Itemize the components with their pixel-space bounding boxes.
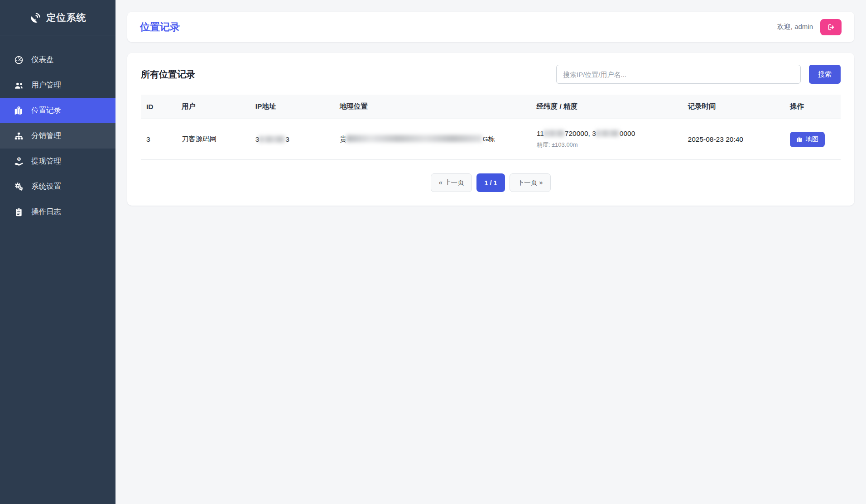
page-header: 位置记录 欢迎, admin [127,12,854,42]
map-button[interactable]: 地图 [790,132,825,147]
records-table: ID 用户 IP地址 地理位置 经纬度 / 精度 记录时间 操作 3 刀客源码网… [141,95,841,160]
sidebar: 定位系统 仪表盘 用户管理 [0,0,115,504]
column-header-ip: IP地址 [250,95,334,119]
logout-button[interactable] [820,19,842,35]
current-page-indicator[interactable]: 1 / 1 [476,173,505,192]
prev-page-button[interactable]: « 上一页 [431,173,472,192]
sidebar-item-label: 分销管理 [31,131,61,141]
sidebar-nav: 仪表盘 用户管理 位置记录 [0,47,115,225]
panel-head: 所有位置记录 搜索 [141,65,841,84]
sidebar-item-settings[interactable]: 系统设置 [0,174,115,199]
sidebar-item-location-records[interactable]: 位置记录 [0,98,115,123]
clipboard-icon [14,207,24,217]
cell-coords: 11720000, 30000 精度: ±103.00m [531,119,683,160]
sign-out-icon [827,23,835,31]
redacted-coords-1 [544,130,565,137]
page-title: 位置记录 [140,20,180,34]
sidebar-item-label: 位置记录 [31,106,61,115]
header-right: 欢迎, admin [777,19,842,35]
cell-id: 3 [141,119,176,160]
sidebar-item-logs[interactable]: 操作日志 [0,199,115,225]
table-row: 3 刀客源码网 33 贵G栋 11720000, 30000 精度: ±103.… [141,119,841,160]
cell-user: 刀客源码网 [176,119,250,160]
sidebar-item-withdrawals[interactable]: $ 提现管理 [0,149,115,174]
sidebar-item-users[interactable]: 用户管理 [0,72,115,98]
dashboard-icon [14,55,24,65]
hand-holding-dollar-icon: $ [14,156,24,166]
svg-text:$: $ [18,157,20,161]
column-header-coords: 经纬度 / 精度 [531,95,683,119]
app-title: 定位系统 [47,11,87,24]
next-page-button[interactable]: 下一页 » [510,173,551,192]
map-marker-icon [14,106,24,115]
accuracy-text: 精度: ±103.00m [537,141,677,149]
column-header-time: 记录时间 [683,95,784,119]
sidebar-item-label: 提现管理 [31,156,61,166]
app-logo: 定位系统 [0,0,115,35]
map-icon [796,136,803,143]
records-panel: 所有位置记录 搜索 ID 用户 IP地址 地理位置 经纬度 / 精度 记录时间 … [127,53,854,206]
column-header-id: ID [141,95,176,119]
sidebar-item-label: 操作日志 [31,207,61,217]
sidebar-item-label: 系统设置 [31,182,61,192]
column-header-user: 用户 [176,95,250,119]
welcome-text: 欢迎, admin [777,23,813,31]
map-button-label: 地图 [806,135,818,144]
gears-icon [14,182,24,192]
main-content: 位置记录 欢迎, admin 所有位置记录 搜索 ID [115,0,866,504]
sidebar-item-dashboard[interactable]: 仪表盘 [0,47,115,72]
redacted-coords-2 [596,130,620,137]
sitemap-icon [14,131,24,141]
table-header-row: ID 用户 IP地址 地理位置 经纬度 / 精度 记录时间 操作 [141,95,841,119]
sidebar-item-label: 用户管理 [31,80,61,90]
search-button[interactable]: 搜索 [809,65,841,84]
users-icon [14,80,24,90]
cell-time: 2025-08-23 20:40 [683,119,784,160]
search-input[interactable] [556,65,801,84]
search-group: 搜索 [556,65,841,84]
sidebar-item-label: 仪表盘 [31,55,54,65]
redacted-location [346,135,482,142]
satellite-dish-icon [29,12,41,24]
cell-actions: 地图 [784,119,841,160]
coords-line: 11720000, 30000 [537,130,677,138]
redacted-ip [259,136,285,143]
column-header-location: 地理位置 [334,95,531,119]
pagination: « 上一页 1 / 1 下一页 » [141,173,841,192]
column-header-actions: 操作 [784,95,841,119]
cell-location: 贵G栋 [334,119,531,160]
panel-title: 所有位置记录 [141,68,195,81]
cell-ip: 33 [250,119,334,160]
sidebar-item-distribution[interactable]: 分销管理 [0,123,115,149]
